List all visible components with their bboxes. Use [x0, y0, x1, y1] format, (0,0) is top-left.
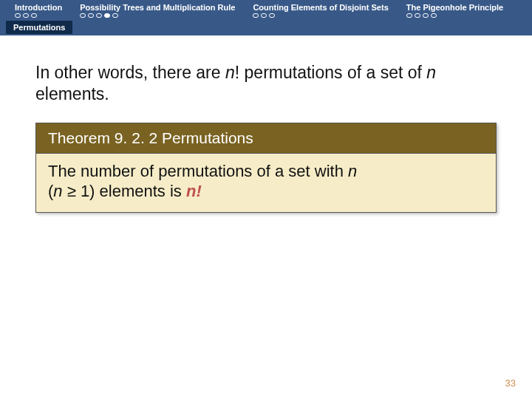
dot-icon [253, 13, 259, 18]
theorem-body: The number of permutations of a set with… [36, 154, 496, 212]
theorem-n: n [348, 162, 357, 180]
dot-icon [423, 13, 429, 18]
page-number: 33 [505, 378, 516, 389]
nav-label: Introduction [15, 3, 62, 12]
dot-icon [104, 13, 110, 18]
dot-icon [415, 13, 420, 18]
nav-label: The Pigeonhole Principle [406, 3, 503, 12]
nav-label: Possibility Trees and Multiplication Rul… [80, 3, 235, 12]
progress-dots [80, 13, 118, 18]
slide-content: In other words, there are n! permutation… [0, 35, 532, 213]
nav-label: Counting Elements of Disjoint Sets [253, 3, 388, 12]
dot-icon [112, 13, 118, 18]
nav-item-disjoint-sets[interactable]: Counting Elements of Disjoint Sets [244, 1, 397, 20]
nav-second-row: Permutations [0, 20, 532, 35]
section-nav: Introduction Possibility Trees and Multi… [0, 0, 532, 35]
dot-icon [406, 13, 412, 18]
progress-dots [253, 13, 275, 18]
lead-n2: n [426, 63, 436, 82]
lead-pre: In other words, there are [35, 63, 225, 82]
theorem-ge: ≥ 1) elements is [63, 182, 186, 200]
theorem-pre: The number of permutations of a set with [48, 162, 348, 180]
dot-icon [31, 13, 37, 18]
nav-active-tab[interactable]: Permutations [6, 21, 72, 34]
dot-icon [80, 13, 86, 18]
nav-item-introduction[interactable]: Introduction [6, 1, 71, 20]
dot-icon [15, 13, 21, 18]
dot-icon [96, 13, 102, 18]
theorem-title: Theorem 9. 2. 2 Permutations [36, 123, 496, 154]
nav-item-possibility-trees[interactable]: Possibility Trees and Multiplication Rul… [71, 1, 244, 20]
progress-dots [15, 13, 37, 18]
lead-text: In other words, there are n! permutation… [35, 62, 497, 105]
dot-icon [269, 13, 275, 18]
lead-post: elements. [35, 84, 109, 103]
progress-dots [406, 13, 437, 18]
dot-icon [261, 13, 267, 18]
dot-icon [23, 13, 29, 18]
lead-n: n [225, 63, 235, 82]
theorem-box: Theorem 9. 2. 2 Permutations The number … [35, 123, 497, 213]
theorem-n2: n [53, 182, 62, 200]
dot-icon [431, 13, 437, 18]
theorem-em: n! [186, 182, 202, 200]
lead-mid: ! permutations of a set of [235, 63, 427, 82]
nav-item-pigeonhole[interactable]: The Pigeonhole Principle [398, 1, 512, 20]
nav-top-row: Introduction Possibility Trees and Multi… [0, 1, 532, 20]
dot-icon [88, 13, 94, 18]
